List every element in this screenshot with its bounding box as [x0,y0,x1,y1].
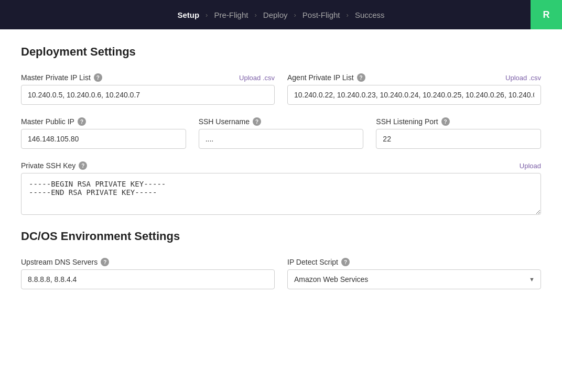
nav-sep-3: › [292,11,298,19]
ip-detect-label-left: IP Detect Script ? [287,258,350,266]
nav-step-postflight[interactable]: Post-Flight [298,10,344,19]
ip-detect-help-icon[interactable]: ? [341,258,350,266]
nav-step-deploy[interactable]: Deploy [259,10,292,19]
upstream-dns-label: Upstream DNS Servers [21,258,98,266]
agent-private-ip-help-icon[interactable]: ? [357,73,365,82]
nav-sep-2: › [252,11,258,19]
upstream-dns-group: Upstream DNS Servers ? [21,258,275,289]
dns-row: Upstream DNS Servers ? IP Detect Script … [21,258,541,289]
upstream-dns-label-row: Upstream DNS Servers ? [21,258,275,266]
ssh-port-label-row: SSH Listening Port ? [376,117,541,126]
master-public-ip-label: Master Public IP [21,117,74,126]
private-ssh-key-group: Private SSH Key ? Upload -----BEGIN RSA … [21,161,541,215]
ssh-username-input[interactable] [199,129,364,149]
private-ssh-key-label-row: Private SSH Key ? Upload [21,161,541,170]
main-content: Deployment Settings Master Private IP Li… [0,29,562,392]
ssh-port-label: SSH Listening Port [376,117,438,126]
agent-private-ip-label: Agent Private IP List [287,73,354,82]
nav-right-button[interactable]: R [531,0,562,29]
master-public-ip-label-row: Master Public IP ? [21,117,186,126]
master-private-ip-help-icon[interactable]: ? [94,73,102,82]
agent-private-ip-upload[interactable]: Upload .csv [505,74,541,82]
ip-detect-label: IP Detect Script [287,258,338,266]
master-private-ip-label-left: Master Private IP List ? [21,73,102,82]
private-ssh-key-textarea[interactable]: -----BEGIN RSA PRIVATE KEY----- -----END… [21,173,541,215]
ssh-port-label-left: SSH Listening Port ? [376,117,449,126]
upstream-dns-label-left: Upstream DNS Servers ? [21,258,109,266]
master-public-ip-input[interactable] [21,129,186,149]
nav-step-success[interactable]: Success [351,10,389,19]
ip-detect-select[interactable]: Amazon Web Services Google Cloud Platfor… [287,269,541,289]
agent-private-ip-group: Agent Private IP List ? Upload .csv [287,73,541,105]
ssh-username-label: SSH Username [199,117,250,126]
master-private-ip-input[interactable] [21,85,275,105]
upstream-dns-help-icon[interactable]: ? [101,258,109,266]
agent-private-ip-label-row: Agent Private IP List ? Upload .csv [287,73,541,82]
ssh-port-input[interactable] [376,129,541,149]
nav-sep-4: › [344,11,351,19]
ssh-key-row: Private SSH Key ? Upload -----BEGIN RSA … [21,161,541,215]
private-ssh-key-help-icon[interactable]: ? [79,161,87,170]
master-private-ip-group: Master Private IP List ? Upload .csv [21,73,275,105]
master-private-ip-label: Master Private IP List [21,73,91,82]
ip-detect-label-row: IP Detect Script ? [287,258,541,266]
ip-detect-select-wrapper: Amazon Web Services Google Cloud Platfor… [287,269,541,289]
ssh-username-label-left: SSH Username ? [199,117,261,126]
master-private-ip-label-row: Master Private IP List ? Upload .csv [21,73,275,82]
agent-private-ip-input[interactable] [287,85,541,105]
private-ssh-key-label-left: Private SSH Key ? [21,161,87,170]
nav-step-preflight[interactable]: Pre-Flight [210,10,252,19]
nav-steps: Setup › Pre-Flight › Deploy › Post-Fligh… [173,10,388,19]
nav-sep-1: › [203,11,210,19]
ip-list-row: Master Private IP List ? Upload .csv Age… [21,73,541,105]
private-ssh-key-label: Private SSH Key [21,161,75,170]
nav-step-setup[interactable]: Setup [173,10,203,19]
master-private-ip-upload[interactable]: Upload .csv [239,74,275,82]
master-public-ip-group: Master Public IP ? [21,117,186,149]
ip-detect-script-group: IP Detect Script ? Amazon Web Services G… [287,258,541,289]
ssh-port-help-icon[interactable]: ? [441,117,450,126]
deployment-settings-title: Deployment Settings [21,45,541,59]
ssh-port-group: SSH Listening Port ? [376,117,541,149]
environment-settings-title: DC/OS Environment Settings [21,230,541,243]
nav-bar: Setup › Pre-Flight › Deploy › Post-Fligh… [0,0,562,29]
ssh-username-label-row: SSH Username ? [199,117,364,126]
ssh-row: Master Public IP ? SSH Username ? SSH Li… [21,117,541,149]
master-public-ip-label-left: Master Public IP ? [21,117,86,126]
agent-private-ip-label-left: Agent Private IP List ? [287,73,365,82]
ssh-username-group: SSH Username ? [199,117,364,149]
upstream-dns-input[interactable] [21,269,275,289]
ssh-username-help-icon[interactable]: ? [253,117,261,126]
private-ssh-key-upload[interactable]: Upload [520,162,541,170]
master-public-ip-help-icon[interactable]: ? [78,117,86,126]
